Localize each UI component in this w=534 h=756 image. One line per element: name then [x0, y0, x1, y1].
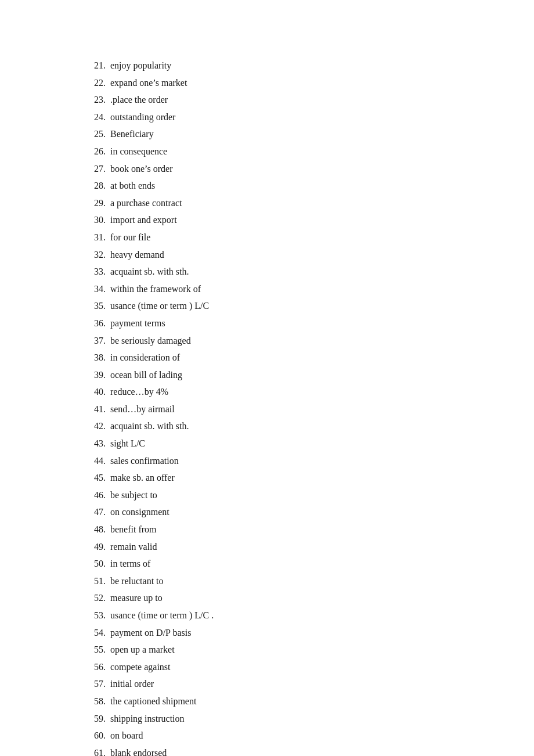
list-item: 41.send…by airmail [81, 402, 453, 417]
list-item: 56.compete against [81, 660, 453, 675]
item-text: initial order [110, 676, 154, 692]
list-item: 33.acquaint sb. with sth. [81, 264, 453, 279]
item-number: 42. [81, 419, 110, 434]
list-item: 39.ocean bill of lading [81, 368, 453, 383]
item-text: in consequence [110, 144, 167, 159]
item-text: on board [110, 728, 143, 743]
item-text: book one’s order [110, 161, 173, 177]
item-number: 35. [81, 298, 110, 314]
item-text: shipping instruction [110, 711, 185, 726]
item-number: 46. [81, 488, 110, 503]
list-item: 29.a purchase contract [81, 196, 453, 211]
item-number: 38. [81, 350, 110, 365]
item-number: 57. [81, 676, 110, 692]
item-number: 49. [81, 539, 110, 555]
item-number: 40. [81, 384, 110, 399]
list-item: 61.blank endorsed [81, 746, 453, 756]
list-item: 45.make sb. an offer [81, 470, 453, 485]
item-number: 53. [81, 608, 110, 623]
item-number: 22. [81, 75, 110, 91]
list-item: 57.initial order [81, 676, 453, 692]
item-number: 34. [81, 282, 110, 297]
item-number: 26. [81, 144, 110, 159]
item-text: outstanding order [110, 110, 175, 125]
list-item: 23..place the order [81, 92, 453, 107]
item-text: enjoy popularity [110, 58, 171, 73]
item-number: 50. [81, 556, 110, 571]
item-number: 56. [81, 660, 110, 675]
item-number: 33. [81, 264, 110, 279]
item-text: .place the order [110, 92, 168, 107]
list-item: 49.remain valid [81, 539, 453, 555]
list-item: 32.heavy demand [81, 247, 453, 262]
list-item: 24.outstanding order [81, 110, 453, 125]
item-number: 30. [81, 213, 110, 228]
item-number: 58. [81, 694, 110, 709]
item-text: benefit from [110, 522, 157, 537]
list-item: 21. enjoy popularity [81, 58, 453, 73]
list-item: 54.payment on D/P basis [81, 625, 453, 640]
item-number: 24. [81, 110, 110, 125]
list-item: 59. shipping instruction [81, 711, 453, 726]
item-text: in terms of [110, 556, 150, 571]
item-number: 52. [81, 591, 110, 606]
list-item: 51.be reluctant to [81, 574, 453, 589]
item-text: usance (time or term ) L/C [110, 298, 209, 314]
item-text: the captioned shipment [110, 694, 196, 709]
item-number: 55. [81, 642, 110, 657]
item-text: sales confirmation [110, 453, 179, 469]
item-number: 45. [81, 470, 110, 485]
item-number: 32. [81, 247, 110, 262]
list-item: 27.book one’s order [81, 161, 453, 177]
list-item: 60.on board [81, 728, 453, 743]
item-number: 43. [81, 436, 110, 451]
item-text: open up a market [110, 642, 175, 657]
item-number: 41. [81, 402, 110, 417]
list-item: 44.sales confirmation [81, 453, 453, 469]
item-number: 25. [81, 127, 110, 142]
item-text: send…by airmail [110, 402, 175, 417]
item-text: in consideration of [110, 350, 180, 365]
list-item: 47.on consignment [81, 505, 453, 520]
list-item: 37.be seriously damaged [81, 333, 453, 348]
item-text: remain valid [110, 539, 157, 555]
item-text: be reluctant to [110, 574, 164, 589]
item-text: Beneficiary [110, 127, 154, 142]
item-text: make sb. an offer [110, 470, 175, 485]
list-item: 46.be subject to [81, 488, 453, 503]
item-text: measure up to [110, 591, 163, 606]
list-item: 35.usance (time or term ) L/C [81, 298, 453, 314]
item-number: 28. [81, 178, 110, 193]
item-number: 60. [81, 728, 110, 743]
list-item: 58.the captioned shipment [81, 694, 453, 709]
item-number: 44. [81, 453, 110, 469]
item-number: 48. [81, 522, 110, 537]
item-number: 21. [81, 58, 110, 73]
list-item: 31.for our file [81, 230, 453, 245]
list-item: 30.import and export [81, 213, 453, 228]
list-item: 42.acquaint sb. with sth. [81, 419, 453, 434]
item-text: import and export [110, 213, 177, 228]
item-text: usance (time or term ) L/C . [110, 608, 214, 623]
item-number: 61. [81, 746, 110, 756]
item-text: expand one’s market [110, 75, 187, 91]
list-item: 50.in terms of [81, 556, 453, 571]
item-text: at both ends [110, 178, 155, 193]
item-text: heavy demand [110, 247, 164, 262]
item-text: acquaint sb. with sth. [110, 264, 189, 279]
item-number: 29. [81, 196, 110, 211]
item-number: 31. [81, 230, 110, 245]
item-number: 59. [81, 711, 110, 726]
main-list: 21. enjoy popularity22.expand one’s mark… [0, 0, 534, 756]
item-text: be seriously damaged [110, 333, 191, 348]
list-item: 48.benefit from [81, 522, 453, 537]
list-item: 25.Beneficiary [81, 127, 453, 142]
item-text: ocean bill of lading [110, 368, 182, 383]
item-number: 47. [81, 505, 110, 520]
item-number: 36. [81, 316, 110, 331]
item-number: 23. [81, 92, 110, 107]
list-item: 22.expand one’s market [81, 75, 453, 91]
list-item: 28.at both ends [81, 178, 453, 193]
item-text: reduce…by 4% [110, 384, 168, 399]
list-item: 53.usance (time or term ) L/C . [81, 608, 453, 623]
